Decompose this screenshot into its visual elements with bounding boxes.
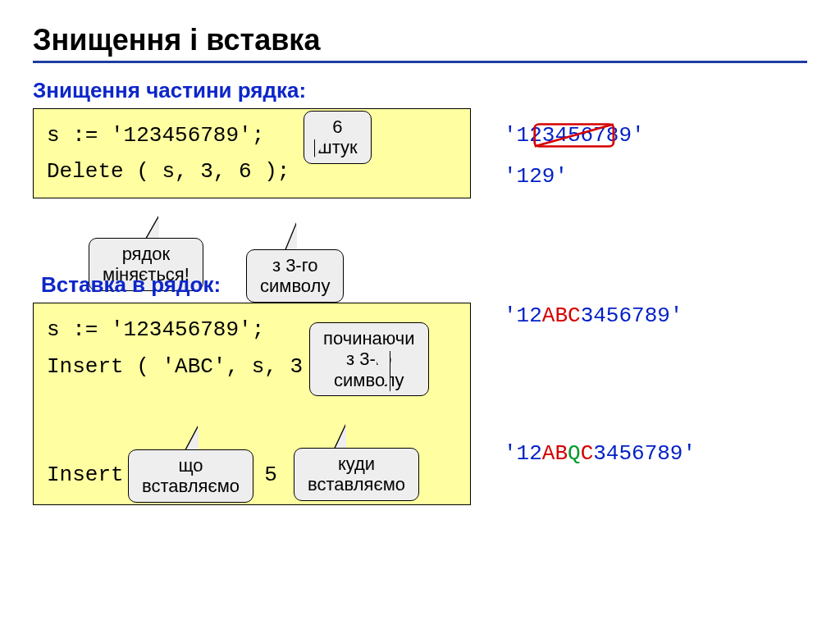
callout-line2: вставляємо [308, 474, 405, 495]
result-insert1: '12ABC3456789' [504, 303, 807, 328]
r1-post: 3456789' [581, 303, 683, 328]
r2-ab: AB [542, 441, 568, 466]
page-title: Знищення і вставка [33, 23, 807, 57]
callout-line1: куди [338, 454, 375, 474]
title-divider [33, 61, 807, 63]
result-text-pre: '12 [504, 123, 542, 148]
section2-label: Вставка в рядок: [41, 272, 471, 298]
callout-where: куди вставляємо [294, 448, 419, 501]
r2-pre: '12 [504, 441, 542, 466]
result-before: '123456789' [504, 123, 807, 148]
callout-line1: рядок [122, 244, 171, 264]
callout-line2: вставляємо [142, 476, 240, 496]
r2-post: 3456789' [593, 441, 696, 466]
r2-c: C [581, 441, 594, 466]
callout-what: що вставляємо [128, 449, 253, 503]
result-text-post: 9' [619, 123, 644, 148]
result-insert2: '12ABQC3456789' [504, 441, 807, 466]
section2-results: '12ABC3456789' '12ABQC3456789' [504, 272, 807, 466]
callout-line1: що [178, 455, 203, 476]
section1-row: s := '123456789'; Delete ( s, 3, 6 ); '1… [33, 108, 807, 198]
section1-label: Знищення частини рядка: [33, 78, 807, 103]
section1-results: '123456789' '129' [504, 108, 807, 189]
callout-6-pieces: 6 штук [304, 111, 372, 164]
r2-q: Q [568, 441, 581, 466]
r1-pre: '12 [504, 303, 542, 328]
result-after: '129' [504, 164, 807, 189]
code-block-delete: s := '123456789'; Delete ( s, 3, 6 ); [33, 108, 471, 198]
result-text-mid: 345678 [542, 123, 619, 148]
code-line: Delete ( s, 3, 6 ); [47, 153, 457, 189]
slide: Знищення і вставка Знищення частини рядк… [0, 0, 840, 629]
r1-ins: ABC [542, 303, 581, 328]
code-line: s := '123456789'; [47, 117, 457, 153]
callout-starting-from: починаючи з 3-го символу [309, 322, 429, 396]
